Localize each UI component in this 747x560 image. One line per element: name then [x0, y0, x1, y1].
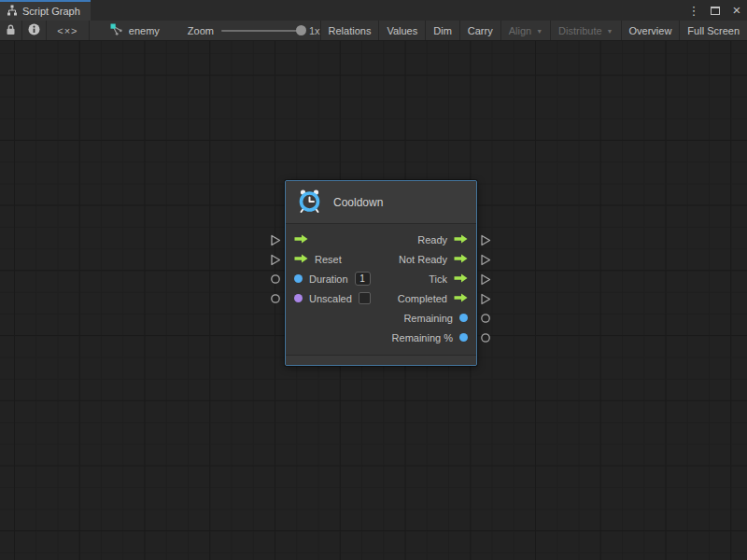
- external-flow-port-triangle[interactable]: [479, 253, 492, 266]
- alarm-clock-icon: [297, 189, 322, 216]
- close-icon[interactable]: ×: [730, 3, 743, 18]
- port-label: Not Ready: [399, 254, 447, 265]
- zoom-slider-handle[interactable]: [296, 25, 306, 35]
- info-button[interactable]: [22, 21, 46, 40]
- duration-value-input[interactable]: 1: [355, 272, 371, 286]
- value-output-port blue-dot-icon[interactable]: [459, 332, 468, 343]
- value-input-port blue-dot-icon[interactable]: [294, 273, 303, 285]
- script-graph-icon: [7, 5, 18, 18]
- align-label: Align: [509, 25, 531, 36]
- flow-output-port green-arrow-icon[interactable]: [454, 234, 468, 245]
- toolbar-separator: [89, 21, 90, 40]
- external-value-port-circle[interactable]: [479, 331, 492, 344]
- port-row: Remaining %: [286, 328, 476, 347]
- port-label: Ready: [417, 234, 447, 245]
- kebab-menu-icon[interactable]: ⋮: [687, 3, 700, 18]
- port-label: Duration: [309, 273, 348, 285]
- port-row: Ready: [286, 230, 476, 249]
- overview-button[interactable]: Overview: [622, 21, 680, 40]
- graph-reference[interactable]: enemy: [106, 21, 163, 40]
- port-label: Remaining %: [392, 332, 453, 343]
- chevron-down-icon: ▼: [607, 28, 613, 35]
- zoom-control: Zoom 1x: [188, 21, 320, 40]
- port-row: Duration 1 Tick: [286, 269, 476, 288]
- flow-input-port green-arrow-icon[interactable]: [294, 254, 308, 265]
- window-controls: ⋮ ×: [687, 0, 743, 21]
- zoom-label: Zoom: [188, 25, 214, 36]
- tab-script-graph[interactable]: Script Graph: [0, 0, 91, 21]
- value-output-port blue-dot-icon[interactable]: [459, 313, 468, 324]
- port-label: Reset: [315, 254, 342, 265]
- port-label: Unscaled: [309, 293, 352, 304]
- port-row: Reset Not Ready: [286, 249, 476, 269]
- value-input-port purple-dot-icon[interactable]: [294, 293, 303, 304]
- flow-output-port green-arrow-icon[interactable]: [454, 293, 468, 304]
- external-value-port-circle[interactable]: [269, 292, 282, 305]
- unscaled-checkbox[interactable]: [359, 292, 371, 304]
- flow-input-port green-arrow-icon[interactable]: [294, 234, 308, 245]
- flow-output-port green-arrow-icon[interactable]: [454, 254, 468, 265]
- lock-icon: [6, 23, 16, 37]
- tab-label: Script Graph: [22, 6, 80, 17]
- lock-button[interactable]: [0, 21, 21, 40]
- external-flow-port-triangle[interactable]: [479, 233, 492, 246]
- node-body: Ready Reset Not Ready: [286, 224, 476, 351]
- chevron-down-icon: ▼: [536, 28, 543, 35]
- port-row: Remaining: [286, 308, 476, 328]
- graph-canvas[interactable]: Cooldown Ready: [0, 41, 747, 560]
- script-graph-window: Script Graph ⋮ ×: [0, 0, 747, 560]
- zoom-slider[interactable]: [221, 30, 302, 32]
- align-button[interactable]: Align ▼: [501, 21, 550, 40]
- node-title: Cooldown: [333, 196, 383, 209]
- port-label: Tick: [429, 273, 447, 285]
- full-screen-button[interactable]: Full Screen: [680, 21, 747, 40]
- port-label: Remaining: [403, 313, 453, 324]
- carry-button[interactable]: Carry: [460, 21, 500, 40]
- values-button[interactable]: Values: [379, 21, 425, 40]
- external-value-port-circle[interactable]: [269, 273, 282, 286]
- graph-name-label: enemy: [129, 25, 160, 36]
- distribute-label: Distribute: [558, 25, 601, 36]
- port-row: Unscaled Completed: [286, 288, 476, 308]
- tab-bar: Script Graph ⋮ ×: [0, 0, 747, 21]
- code-view-icon: <×>: [57, 25, 78, 36]
- external-value-port-circle[interactable]: [479, 312, 492, 325]
- external-flow-port-triangle[interactable]: [479, 292, 492, 305]
- flow-output-port green-arrow-icon[interactable]: [454, 273, 468, 285]
- relations-button[interactable]: Relations: [321, 21, 379, 40]
- distribute-button[interactable]: Distribute ▼: [551, 21, 620, 40]
- zoom-value: 1x: [309, 25, 320, 36]
- node-cooldown[interactable]: Cooldown Ready: [285, 180, 477, 366]
- graph-asset-icon: [110, 23, 123, 38]
- node-footer: [286, 355, 476, 365]
- external-flow-port-triangle[interactable]: [269, 233, 282, 246]
- external-flow-port-triangle[interactable]: [479, 273, 492, 286]
- external-flow-port-triangle[interactable]: [269, 253, 282, 266]
- port-label: Completed: [398, 293, 447, 304]
- maximize-icon[interactable]: [709, 3, 722, 18]
- node-header[interactable]: Cooldown: [286, 181, 476, 224]
- code-view-button[interactable]: <×>: [47, 21, 89, 40]
- info-icon: [28, 23, 40, 37]
- dim-button[interactable]: Dim: [426, 21, 459, 40]
- graph-toolbar: <×> enemy Zoom 1x Relations: [0, 21, 747, 41]
